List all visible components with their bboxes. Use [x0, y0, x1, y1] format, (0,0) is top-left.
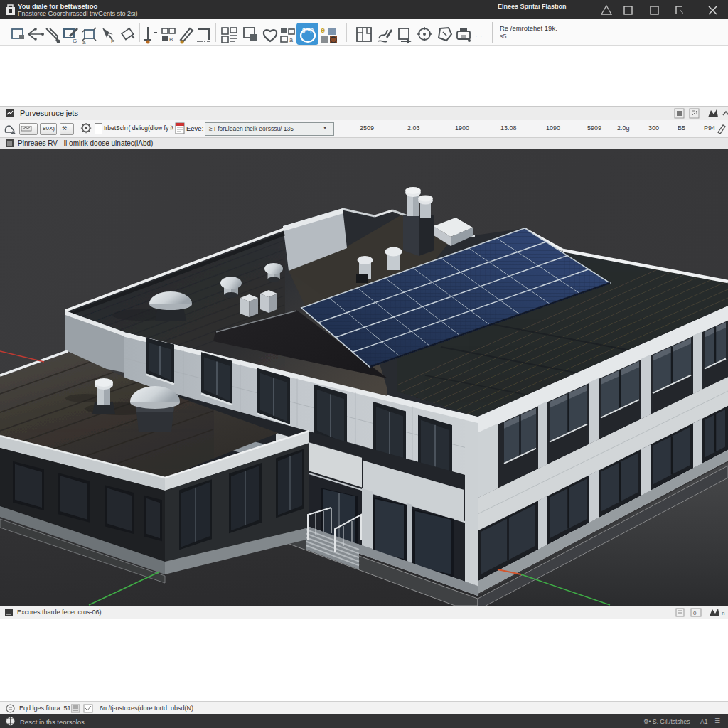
svg-text:P: P [111, 38, 114, 45]
svg-text:gnip: gnip [302, 26, 314, 33]
svg-text:n: n [722, 610, 724, 616]
svg-text:0: 0 [693, 610, 697, 616]
svg-text:B: B [169, 36, 173, 43]
svg-text:G: G [73, 38, 77, 44]
svg-text:a: a [82, 39, 86, 46]
svg-text:a: a [289, 36, 293, 43]
svg-text:e: e [321, 26, 325, 34]
